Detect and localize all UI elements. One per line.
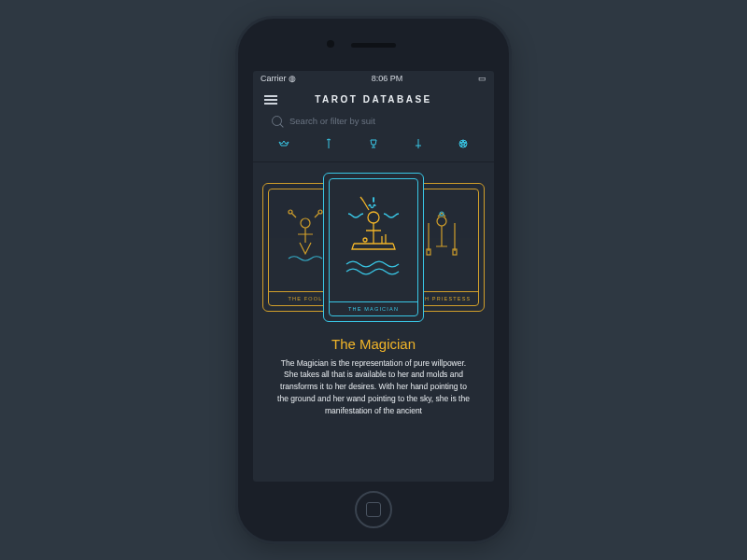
home-button[interactable]: [355, 491, 392, 528]
app-screen: Carrier ◍ 8:06 PM ▭ TAROT DATABASE Searc…: [253, 71, 494, 482]
crown-icon[interactable]: [277, 137, 290, 150]
status-bar: Carrier ◍ 8:06 PM ▭: [253, 71, 494, 86]
card-center-label: THE MAGICIAN: [330, 301, 417, 315]
battery-icon: ▭: [478, 74, 486, 83]
app-bar: TAROT DATABASE: [253, 86, 494, 114]
svg-text:I: I: [373, 197, 374, 203]
phone-frame: Carrier ◍ 8:06 PM ▭ TAROT DATABASE Searc…: [238, 19, 509, 541]
suit-filter-row: [253, 135, 494, 162]
card-title: The Magician: [253, 336, 494, 352]
svg-point-3: [318, 210, 322, 214]
app-title: TAROT DATABASE: [315, 94, 432, 105]
wifi-icon: ◍: [289, 74, 296, 83]
card-description: The Magician is the representation of pu…: [253, 357, 494, 417]
svg-point-4: [437, 217, 446, 226]
search-icon: [272, 116, 282, 126]
card-carousel[interactable]: THE FOOL HIGH PRIESTESS I THE MAGICIAN: [253, 168, 494, 327]
pentacle-icon[interactable]: [457, 137, 470, 150]
carrier-label: Carrier ◍: [261, 74, 296, 83]
phone-camera: [327, 40, 334, 48]
search-input[interactable]: Search or filter by suit: [272, 116, 475, 126]
svg-point-1: [301, 218, 310, 228]
cup-icon[interactable]: [367, 137, 380, 150]
phone-speaker: [351, 43, 396, 48]
sword-icon[interactable]: [412, 137, 425, 150]
search-placeholder: Search or filter by suit: [289, 116, 375, 126]
clock-label: 8:06 PM: [372, 74, 403, 83]
svg-point-2: [289, 210, 292, 214]
svg-point-9: [368, 212, 379, 223]
menu-icon[interactable]: [264, 95, 277, 105]
svg-point-10: [363, 238, 367, 242]
wand-icon[interactable]: [322, 137, 335, 150]
card-center[interactable]: I THE MAGICIAN: [323, 173, 424, 322]
